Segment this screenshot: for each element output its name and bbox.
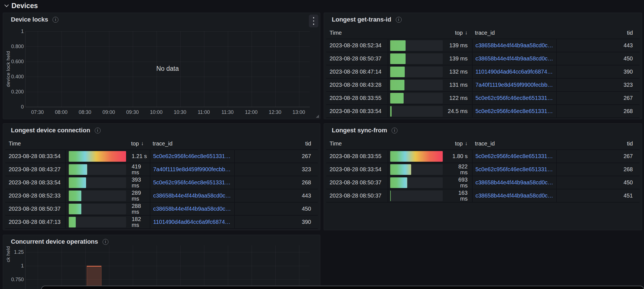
- trace-id-link[interactable]: 7a40f1119e8d459f9900fecbb…: [153, 166, 231, 173]
- value-text: 419ms: [132, 164, 141, 175]
- info-icon[interactable]: i: [53, 17, 58, 23]
- section-row-devices[interactable]: Devices: [5, 2, 38, 10]
- column-header-tid[interactable]: tid: [556, 27, 640, 39]
- bar-fill: [69, 177, 86, 188]
- panel-get-trans-id: Longest get-trans-id i Time top ↓ trace_…: [324, 13, 642, 119]
- panel-title-device-locks[interactable]: Device locks: [11, 16, 48, 23]
- trace-id-link[interactable]: 5c0e62c956fc46ec8e651331…: [475, 153, 553, 159]
- value-text: 182ms: [132, 216, 141, 228]
- trace-id-link[interactable]: 1101490d4ad64cc6a9fc6874…: [153, 219, 231, 225]
- value-bar-cell: 139 ms: [388, 39, 472, 52]
- trace-id-link[interactable]: 5c0e62c956fc46ec8e651331…: [153, 153, 231, 159]
- column-header-time[interactable]: Time: [5, 138, 65, 149]
- column-header-top[interactable]: top ↓: [65, 138, 150, 149]
- column-header-top[interactable]: top ↓: [388, 27, 472, 39]
- time-cell: 2023-08-28 08:52:34: [326, 39, 388, 52]
- value-bar-cell: 122 ms: [388, 92, 472, 104]
- time-cell: 2023-08-28 08:50:37: [326, 176, 388, 189]
- gridline: [25, 107, 310, 107]
- column-header-time[interactable]: Time: [326, 27, 388, 39]
- value-text: 122 ms: [443, 95, 472, 101]
- bar-track: [390, 93, 443, 104]
- bar-track: [69, 177, 126, 188]
- table-row: 2023-08-28 08:52:34139 msc38658b44e4f44b…: [326, 39, 640, 52]
- tid-cell: 267: [556, 92, 640, 104]
- y-tick-label: 0.200: [3, 89, 24, 95]
- value-text: 822ms: [443, 164, 472, 175]
- bar-fill: [390, 177, 407, 188]
- column-header-trace-id[interactable]: trace_id: [472, 138, 556, 149]
- info-icon[interactable]: i: [95, 128, 101, 133]
- bar-gradient: [69, 164, 87, 175]
- trace-id-link[interactable]: 5c0e62c956fc46ec8e651331…: [475, 95, 553, 101]
- info-icon[interactable]: i: [392, 128, 397, 133]
- trace-id-link[interactable]: 5c0e62c956fc46ec8e651331…: [475, 108, 553, 114]
- trace-id-link[interactable]: 7a40f1119e8d459f9900fecbb…: [475, 82, 553, 88]
- info-icon[interactable]: i: [103, 239, 108, 245]
- value-bar-cell: 131 ms: [388, 79, 472, 91]
- sort-desc-icon: ↓: [465, 140, 468, 147]
- trace-id-link[interactable]: c38658b44e4f44b9aa58cd0c…: [475, 192, 553, 199]
- column-header-top[interactable]: top ↓: [388, 138, 472, 149]
- trace-id-link[interactable]: c38658b44e4f44b9aa58cd0c…: [475, 42, 553, 49]
- trace-id-link[interactable]: 5c0e62c956fc46ec8e651331…: [475, 166, 553, 173]
- column-header-tid[interactable]: tid: [556, 138, 640, 149]
- table-row: 2023-08-28 08:33:54822ms5c0e62c956fc46ec…: [326, 163, 640, 176]
- trace-id-link[interactable]: c38658b44e4f44b9aa58cd0c…: [153, 206, 231, 212]
- tid-cell: 267: [556, 150, 640, 163]
- panel-title-sync-from[interactable]: Longest sync-from: [332, 127, 387, 134]
- trace-id-link[interactable]: c38658b44e4f44b9aa58cd0c…: [475, 55, 553, 62]
- column-header-time[interactable]: Time: [326, 138, 388, 149]
- panel-title-device-connection[interactable]: Longest device connection: [11, 127, 90, 134]
- panel-menu-button[interactable]: [309, 15, 318, 27]
- bar-gradient: [390, 40, 406, 51]
- value-bar-cell: 132 ms: [388, 65, 472, 78]
- bar-track: [69, 164, 126, 175]
- trace-id-cell: c38658b44e4f44b9aa58cd0c…: [472, 39, 556, 52]
- panel-title-get-trans-id[interactable]: Longest get-trans-id: [332, 16, 391, 23]
- time-cell: 2023-08-28 08:50:37: [326, 189, 388, 202]
- time-cell: 2023-08-28 08:33:54: [5, 176, 65, 189]
- trace-id-cell: c38658b44e4f44b9aa58cd0c…: [472, 189, 556, 202]
- value-bar-cell: 1.21 s: [65, 150, 150, 163]
- sort-desc-icon: ↓: [465, 30, 468, 36]
- tid-cell: 450: [556, 176, 640, 189]
- table-row: 2023-08-28 08:33:551.80 s5c0e62c956fc46e…: [326, 150, 640, 163]
- trace-id-link[interactable]: c38658b44e4f44b9aa58cd0c…: [153, 192, 231, 199]
- bar-gradient: [390, 164, 411, 175]
- value-bar-cell: 289ms: [65, 189, 150, 202]
- trace-id-link[interactable]: 5c0e62c956fc46ec8e651331…: [153, 179, 231, 186]
- x-tick-label: 12:30: [263, 109, 287, 115]
- time-cell: 2023-08-28 08:33:55: [326, 92, 388, 104]
- y-axis-label: device lock held: [5, 31, 11, 107]
- table-row: 2023-08-28 08:43:28131 ms7a40f1119e8d459…: [326, 79, 640, 92]
- trace-id-link[interactable]: c38658b44e4f44b9aa58cd0c…: [475, 179, 553, 186]
- bar-track: [390, 191, 443, 201]
- gridline: [38, 31, 38, 107]
- trace-id-link[interactable]: 1101490d4ad64cc6a9fc6874…: [475, 69, 553, 75]
- info-icon[interactable]: i: [396, 17, 402, 23]
- value-bar-cell: 24.5 ms: [388, 105, 472, 118]
- table-row: 2023-08-28 08:50:37693msc38658b44e4f44b9…: [326, 176, 640, 189]
- column-header-trace-id[interactable]: trace_id: [472, 27, 556, 39]
- gridline: [228, 31, 228, 107]
- panel-resize-handle[interactable]: [316, 115, 319, 118]
- bar-track: [69, 151, 126, 162]
- column-header-trace-id[interactable]: trace_id: [150, 138, 234, 149]
- bar-gradient: [390, 106, 392, 117]
- x-tick-label: 07:30: [26, 109, 49, 115]
- bar-track: [390, 177, 443, 188]
- bar-track: [69, 191, 126, 201]
- bar-fill: [69, 164, 87, 175]
- time-cell: 2023-08-28 08:50:37: [326, 52, 388, 65]
- trace-id-cell: c38658b44e4f44b9aa58cd0c…: [150, 189, 234, 202]
- gridline: [25, 77, 310, 77]
- value-bar-cell: 182ms: [65, 216, 150, 228]
- gridline: [133, 31, 133, 107]
- column-header-tid[interactable]: tid: [234, 138, 318, 149]
- panel-title-concurrent-operations[interactable]: Concurrent device operations: [11, 238, 98, 245]
- bar-gradient: [390, 93, 404, 104]
- gridline: [25, 46, 310, 47]
- gridline: [61, 31, 62, 107]
- bar-track: [390, 40, 443, 51]
